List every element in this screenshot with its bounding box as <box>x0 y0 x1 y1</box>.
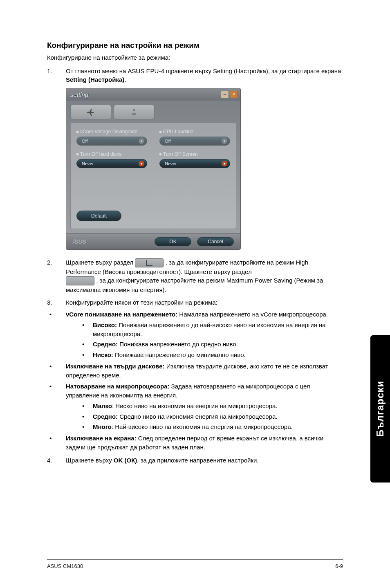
cpu-medium: Средно: Средно ниво на икономия енергия … <box>93 412 277 421</box>
footer-model: ASUS CM1630 <box>47 563 83 569</box>
vcore-high: Високо: Понижава напрежението до най-вис… <box>93 321 343 339</box>
ok-button[interactable]: OK <box>155 237 191 246</box>
cpu-loadline-dropdown[interactable]: Off ▾ <box>159 137 230 146</box>
sub-dot: • <box>81 321 93 339</box>
screen-value: Never <box>165 161 177 166</box>
bullet-hdd: Изключване на твърди дискове: Изключва т… <box>66 362 343 380</box>
hdd-label: Turn Off hard disks <box>76 151 147 157</box>
bullet-screen: Изключване на екрана: След определен пер… <box>66 434 343 452</box>
step-1-body: От главното меню на ASUS EPU-4 щракнете … <box>66 67 343 84</box>
hdd-bold: Изключване на твърди дискове: <box>66 363 166 370</box>
step-2-text-c: , за да конфигурирате настройките на реж… <box>66 277 323 293</box>
screen-label: Turn Off Screen <box>159 151 230 157</box>
titlebar: setting – × <box>66 88 240 101</box>
cpu-bold: Натоварване на микропроцесора: <box>66 383 171 390</box>
svg-point-0 <box>133 109 135 112</box>
vcore-dropdown[interactable]: Off ▾ <box>76 137 147 146</box>
airplane-icon <box>86 108 95 117</box>
step-2-body: Щракнете върху раздел , за да конфигурир… <box>66 258 343 294</box>
sub-dot: • <box>81 422 93 431</box>
inline-tab-power-icon <box>66 276 94 285</box>
bullet-dot: • <box>47 382 66 431</box>
close-button[interactable]: × <box>230 91 238 98</box>
bullet-vcore: vCore понижаване на напрежението: Намаля… <box>66 310 343 359</box>
tab-power-saving[interactable] <box>114 105 155 119</box>
cpu-loadline-label: CPU Loadline <box>159 129 230 135</box>
hdd-value: Never <box>82 161 94 166</box>
step-1-text-b: . <box>124 76 126 83</box>
step-1-num: 1. <box>47 67 66 84</box>
settings-panel: vCore Voltage Downgrade Off ▾ CPU Loadli… <box>70 123 236 229</box>
vcore-bold: vCore понижаване на напрежението: <box>66 311 179 318</box>
inline-tab-performance-icon <box>135 258 164 267</box>
sub-dot: • <box>81 402 93 411</box>
step-3-num: 3. <box>47 298 66 307</box>
chevron-down-icon: ▾ <box>222 138 227 144</box>
step-4-b: , за да приложите направените настройки. <box>137 457 258 464</box>
language-label: Български <box>374 381 386 437</box>
cpu-high: Много: Най-високо ниво на икономия на ен… <box>93 422 293 431</box>
chevron-down-icon: ▾ <box>139 161 144 166</box>
vcore-medium: Средно: Понижава напрежението до средно … <box>93 340 238 349</box>
vcore-label: vCore Voltage Downgrade <box>76 129 147 135</box>
step-3-body: Конфигурирайте някои от тези настройки н… <box>66 298 343 307</box>
screen-dropdown[interactable]: Never ▾ <box>159 159 230 168</box>
window-title: setting <box>70 91 88 98</box>
vcore-desc: Намалява напрежението на vCore микропроц… <box>179 311 328 318</box>
language-side-tab: Български <box>370 335 390 483</box>
step-4-a: Щракнете върху <box>66 457 114 464</box>
setting-screenshot: setting – × vCore Voltage Downgrade <box>66 88 343 250</box>
vcore-value: Off <box>82 139 87 144</box>
default-button[interactable]: Default <box>76 211 121 221</box>
minimize-button[interactable]: – <box>221 91 229 98</box>
cancel-button[interactable]: Cancel <box>197 237 234 246</box>
cpu-low: Малко: Ниско ниво на икономия на енергия… <box>93 402 278 411</box>
cpu-loadline-value: Off <box>165 139 170 144</box>
hdd-dropdown[interactable]: Never ▾ <box>76 159 147 168</box>
step-4-body: Щракнете върху OK (ОК), за да приложите … <box>66 456 343 465</box>
sub-dot: • <box>81 350 93 359</box>
bullet-cpu: Натоварване на микропроцесора: Задава на… <box>66 382 343 431</box>
bullet-dot: • <box>47 362 66 380</box>
step-2-num: 2. <box>47 258 66 294</box>
screen-bold: Изключване на екрана: <box>66 435 138 442</box>
vcore-low: Ниско: Понижава напрежението до минималн… <box>93 350 246 359</box>
step-1-bold: Setting (Настройка) <box>66 76 124 83</box>
section-title: Конфигуриране на настройки на режим <box>47 41 343 50</box>
step-4-num: 4. <box>47 456 66 465</box>
step-2-text-a: Щракнете върху раздел <box>66 259 135 266</box>
setting-window: setting – × vCore Voltage Downgrade <box>66 88 241 250</box>
footer-page-num: 6-9 <box>335 563 343 569</box>
brand-logo: /SUS <box>73 238 86 245</box>
window-footer: /SUS OK Cancel <box>66 233 240 249</box>
intro-text: Конфигуриране на настройките за режима: <box>47 54 343 61</box>
bullet-dot: • <box>47 434 66 452</box>
tab-high-performance[interactable] <box>70 105 111 119</box>
chevron-down-icon: ▾ <box>139 138 144 144</box>
bullet-dot: • <box>47 310 66 359</box>
sub-dot: • <box>81 340 93 349</box>
chevron-down-icon: ▾ <box>222 161 227 166</box>
page-footer: ASUS CM1630 6-9 <box>47 559 343 569</box>
person-icon <box>130 108 139 117</box>
step-1-text-a: От главното меню на ASUS EPU-4 щракнете … <box>66 67 341 74</box>
step-4-bold: OK (ОК) <box>114 457 137 464</box>
sub-dot: • <box>81 412 93 421</box>
